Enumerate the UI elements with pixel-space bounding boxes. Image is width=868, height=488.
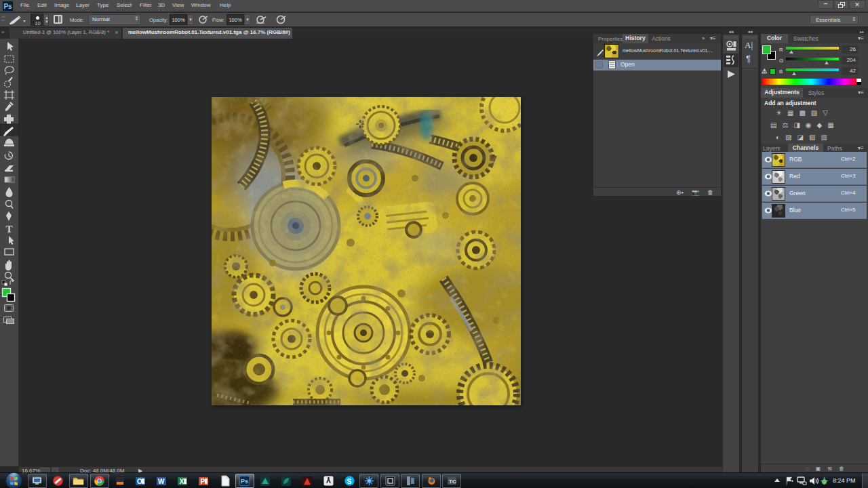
svg-text:T: T [6, 224, 13, 235]
svg-text:Ps: Ps [241, 478, 248, 485]
svg-text:O: O [137, 478, 142, 485]
svg-text:S: S [347, 478, 352, 485]
svg-text:X: X [180, 478, 184, 485]
svg-text:P: P [201, 478, 205, 485]
svg-text:TC: TC [449, 479, 456, 485]
svg-text:W: W [158, 478, 165, 485]
